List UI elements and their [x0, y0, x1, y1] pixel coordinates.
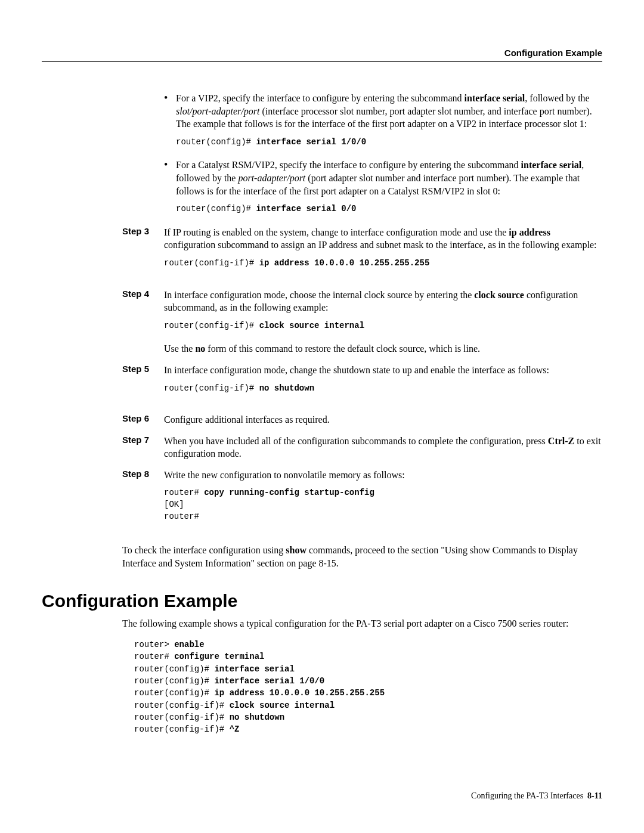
bullet-item: • For a VIP2, specify the interface to c… [164, 92, 602, 131]
step-label: Step 7 [122, 435, 164, 460]
step-body: If IP routing is enabled on the system, … [164, 226, 602, 280]
step-body: Configure additional interfaces as requi… [164, 413, 602, 426]
step-post-text: Use the no form of this command to resto… [164, 342, 602, 355]
closing-paragraph: To check the interface configuration usi… [122, 544, 602, 569]
header-divider [42, 61, 602, 62]
code-block: router# copy running-config startup-conf… [164, 487, 602, 522]
step-body: When you have included all of the config… [164, 435, 602, 460]
step-6: Step 6 Configure additional interfaces a… [164, 413, 602, 426]
code-block: router(config-if)# no shutdown [164, 383, 602, 395]
code-block: router(config)# interface serial 1/0/0 [176, 137, 602, 148]
step-3: Step 3 If IP routing is enabled on the s… [164, 226, 602, 280]
example-code-block: router> enable router# configure termina… [134, 639, 602, 735]
bullet-text: For a Catalyst RSM/VIP2, specify the int… [176, 159, 602, 197]
step-5: Step 5 In interface configuration mode, … [164, 364, 602, 405]
running-header: Configuration Example [42, 48, 602, 58]
step-7: Step 7 When you have included all of the… [164, 435, 602, 460]
step-label: Step 8 [122, 469, 164, 533]
section-intro: The following example shows a typical co… [122, 617, 602, 630]
content-column: • For a VIP2, specify the interface to c… [164, 92, 602, 533]
page: Configuration Example • For a VIP2, spec… [0, 0, 644, 771]
step-body: In interface configuration mode, choose … [164, 289, 602, 355]
section-heading: Configuration Example [42, 591, 602, 611]
bullet-icon: • [164, 159, 176, 197]
code-block: router(config)# interface serial 0/0 [176, 203, 602, 215]
step-label: Step 3 [122, 226, 164, 280]
step-label: Step 5 [122, 364, 164, 405]
bullet-item: • For a Catalyst RSM/VIP2, specify the i… [164, 159, 602, 197]
step-8: Step 8 Write the new configuration to no… [164, 469, 602, 533]
step-body: In interface configuration mode, change … [164, 364, 602, 405]
code-block: router(config-if)# ip address 10.0.0.0 1… [164, 258, 602, 270]
page-footer: Configuring the PA-T3 Interfaces 8-11 [471, 791, 602, 801]
step-label: Step 6 [122, 413, 164, 426]
step-4: Step 4 In interface configuration mode, … [164, 289, 602, 355]
bullet-text: For a VIP2, specify the interface to con… [176, 92, 602, 131]
step-body: Write the new configuration to nonvolati… [164, 469, 602, 533]
bullet-icon: • [164, 92, 176, 131]
code-block: router(config-if)# clock source internal [164, 320, 602, 332]
step-label: Step 4 [122, 289, 164, 355]
